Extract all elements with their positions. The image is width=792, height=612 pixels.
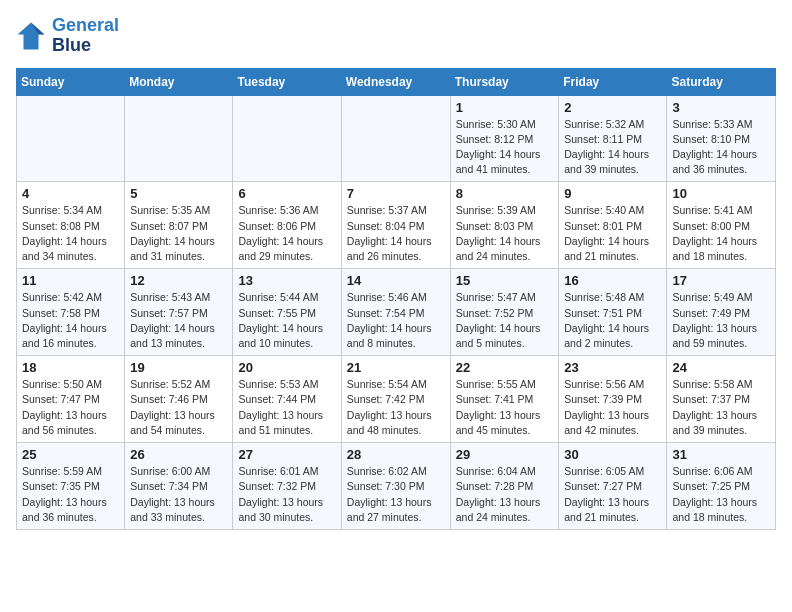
day-number: 14 (347, 273, 445, 288)
day-number: 11 (22, 273, 119, 288)
calendar-cell: 18Sunrise: 5:50 AM Sunset: 7:47 PM Dayli… (17, 356, 125, 443)
calendar-cell: 2Sunrise: 5:32 AM Sunset: 8:11 PM Daylig… (559, 95, 667, 182)
weekday-header: Saturday (667, 68, 776, 95)
day-info: Sunrise: 6:06 AM Sunset: 7:25 PM Dayligh… (672, 464, 770, 525)
day-number: 9 (564, 186, 661, 201)
calendar-cell: 7Sunrise: 5:37 AM Sunset: 8:04 PM Daylig… (341, 182, 450, 269)
weekday-header-row: SundayMondayTuesdayWednesdayThursdayFrid… (17, 68, 776, 95)
day-info: Sunrise: 6:05 AM Sunset: 7:27 PM Dayligh… (564, 464, 661, 525)
day-number: 22 (456, 360, 554, 375)
day-number: 3 (672, 100, 770, 115)
day-number: 8 (456, 186, 554, 201)
day-number: 20 (238, 360, 335, 375)
day-number: 15 (456, 273, 554, 288)
calendar-cell: 27Sunrise: 6:01 AM Sunset: 7:32 PM Dayli… (233, 443, 341, 530)
calendar-cell: 24Sunrise: 5:58 AM Sunset: 7:37 PM Dayli… (667, 356, 776, 443)
calendar-week-row: 18Sunrise: 5:50 AM Sunset: 7:47 PM Dayli… (17, 356, 776, 443)
day-info: Sunrise: 6:01 AM Sunset: 7:32 PM Dayligh… (238, 464, 335, 525)
calendar-cell: 8Sunrise: 5:39 AM Sunset: 8:03 PM Daylig… (450, 182, 559, 269)
day-info: Sunrise: 5:56 AM Sunset: 7:39 PM Dayligh… (564, 377, 661, 438)
day-number: 21 (347, 360, 445, 375)
day-number: 26 (130, 447, 227, 462)
calendar-cell: 10Sunrise: 5:41 AM Sunset: 8:00 PM Dayli… (667, 182, 776, 269)
calendar-cell: 26Sunrise: 6:00 AM Sunset: 7:34 PM Dayli… (125, 443, 233, 530)
calendar-cell: 14Sunrise: 5:46 AM Sunset: 7:54 PM Dayli… (341, 269, 450, 356)
day-number: 5 (130, 186, 227, 201)
day-number: 18 (22, 360, 119, 375)
day-info: Sunrise: 5:59 AM Sunset: 7:35 PM Dayligh… (22, 464, 119, 525)
day-info: Sunrise: 5:42 AM Sunset: 7:58 PM Dayligh… (22, 290, 119, 351)
weekday-header: Sunday (17, 68, 125, 95)
calendar-cell: 5Sunrise: 5:35 AM Sunset: 8:07 PM Daylig… (125, 182, 233, 269)
calendar-week-row: 1Sunrise: 5:30 AM Sunset: 8:12 PM Daylig… (17, 95, 776, 182)
day-info: Sunrise: 5:32 AM Sunset: 8:11 PM Dayligh… (564, 117, 661, 178)
calendar-cell: 11Sunrise: 5:42 AM Sunset: 7:58 PM Dayli… (17, 269, 125, 356)
day-number: 10 (672, 186, 770, 201)
calendar-cell: 15Sunrise: 5:47 AM Sunset: 7:52 PM Dayli… (450, 269, 559, 356)
day-info: Sunrise: 5:33 AM Sunset: 8:10 PM Dayligh… (672, 117, 770, 178)
day-info: Sunrise: 5:40 AM Sunset: 8:01 PM Dayligh… (564, 203, 661, 264)
weekday-header: Monday (125, 68, 233, 95)
page-header: General Blue (16, 16, 776, 56)
logo: General Blue (16, 16, 119, 56)
calendar-cell: 9Sunrise: 5:40 AM Sunset: 8:01 PM Daylig… (559, 182, 667, 269)
day-info: Sunrise: 5:44 AM Sunset: 7:55 PM Dayligh… (238, 290, 335, 351)
calendar-cell: 13Sunrise: 5:44 AM Sunset: 7:55 PM Dayli… (233, 269, 341, 356)
day-number: 7 (347, 186, 445, 201)
day-info: Sunrise: 5:37 AM Sunset: 8:04 PM Dayligh… (347, 203, 445, 264)
day-info: Sunrise: 5:43 AM Sunset: 7:57 PM Dayligh… (130, 290, 227, 351)
weekday-header: Thursday (450, 68, 559, 95)
calendar-cell: 1Sunrise: 5:30 AM Sunset: 8:12 PM Daylig… (450, 95, 559, 182)
calendar-cell (17, 95, 125, 182)
day-info: Sunrise: 5:34 AM Sunset: 8:08 PM Dayligh… (22, 203, 119, 264)
day-number: 28 (347, 447, 445, 462)
day-info: Sunrise: 5:58 AM Sunset: 7:37 PM Dayligh… (672, 377, 770, 438)
day-number: 24 (672, 360, 770, 375)
day-info: Sunrise: 5:46 AM Sunset: 7:54 PM Dayligh… (347, 290, 445, 351)
calendar-cell: 6Sunrise: 5:36 AM Sunset: 8:06 PM Daylig… (233, 182, 341, 269)
day-number: 12 (130, 273, 227, 288)
day-number: 2 (564, 100, 661, 115)
calendar-cell (125, 95, 233, 182)
day-info: Sunrise: 5:47 AM Sunset: 7:52 PM Dayligh… (456, 290, 554, 351)
calendar-week-row: 4Sunrise: 5:34 AM Sunset: 8:08 PM Daylig… (17, 182, 776, 269)
day-number: 17 (672, 273, 770, 288)
day-info: Sunrise: 6:00 AM Sunset: 7:34 PM Dayligh… (130, 464, 227, 525)
day-info: Sunrise: 5:36 AM Sunset: 8:06 PM Dayligh… (238, 203, 335, 264)
day-number: 13 (238, 273, 335, 288)
day-number: 16 (564, 273, 661, 288)
calendar-week-row: 11Sunrise: 5:42 AM Sunset: 7:58 PM Dayli… (17, 269, 776, 356)
calendar-cell: 4Sunrise: 5:34 AM Sunset: 8:08 PM Daylig… (17, 182, 125, 269)
calendar-cell: 16Sunrise: 5:48 AM Sunset: 7:51 PM Dayli… (559, 269, 667, 356)
day-info: Sunrise: 5:52 AM Sunset: 7:46 PM Dayligh… (130, 377, 227, 438)
day-info: Sunrise: 5:50 AM Sunset: 7:47 PM Dayligh… (22, 377, 119, 438)
day-number: 30 (564, 447, 661, 462)
day-info: Sunrise: 5:39 AM Sunset: 8:03 PM Dayligh… (456, 203, 554, 264)
day-number: 27 (238, 447, 335, 462)
day-info: Sunrise: 5:55 AM Sunset: 7:41 PM Dayligh… (456, 377, 554, 438)
day-info: Sunrise: 5:48 AM Sunset: 7:51 PM Dayligh… (564, 290, 661, 351)
day-info: Sunrise: 6:02 AM Sunset: 7:30 PM Dayligh… (347, 464, 445, 525)
logo-icon (16, 21, 46, 51)
day-number: 19 (130, 360, 227, 375)
day-info: Sunrise: 5:53 AM Sunset: 7:44 PM Dayligh… (238, 377, 335, 438)
calendar-cell: 19Sunrise: 5:52 AM Sunset: 7:46 PM Dayli… (125, 356, 233, 443)
day-number: 1 (456, 100, 554, 115)
day-info: Sunrise: 5:30 AM Sunset: 8:12 PM Dayligh… (456, 117, 554, 178)
calendar-cell: 21Sunrise: 5:54 AM Sunset: 7:42 PM Dayli… (341, 356, 450, 443)
day-number: 4 (22, 186, 119, 201)
calendar-cell: 23Sunrise: 5:56 AM Sunset: 7:39 PM Dayli… (559, 356, 667, 443)
day-number: 6 (238, 186, 335, 201)
day-number: 29 (456, 447, 554, 462)
calendar-cell: 20Sunrise: 5:53 AM Sunset: 7:44 PM Dayli… (233, 356, 341, 443)
calendar-week-row: 25Sunrise: 5:59 AM Sunset: 7:35 PM Dayli… (17, 443, 776, 530)
calendar-cell (233, 95, 341, 182)
day-info: Sunrise: 6:04 AM Sunset: 7:28 PM Dayligh… (456, 464, 554, 525)
weekday-header: Friday (559, 68, 667, 95)
day-number: 25 (22, 447, 119, 462)
calendar-cell: 28Sunrise: 6:02 AM Sunset: 7:30 PM Dayli… (341, 443, 450, 530)
day-info: Sunrise: 5:41 AM Sunset: 8:00 PM Dayligh… (672, 203, 770, 264)
day-number: 31 (672, 447, 770, 462)
svg-marker-0 (18, 22, 45, 49)
weekday-header: Wednesday (341, 68, 450, 95)
